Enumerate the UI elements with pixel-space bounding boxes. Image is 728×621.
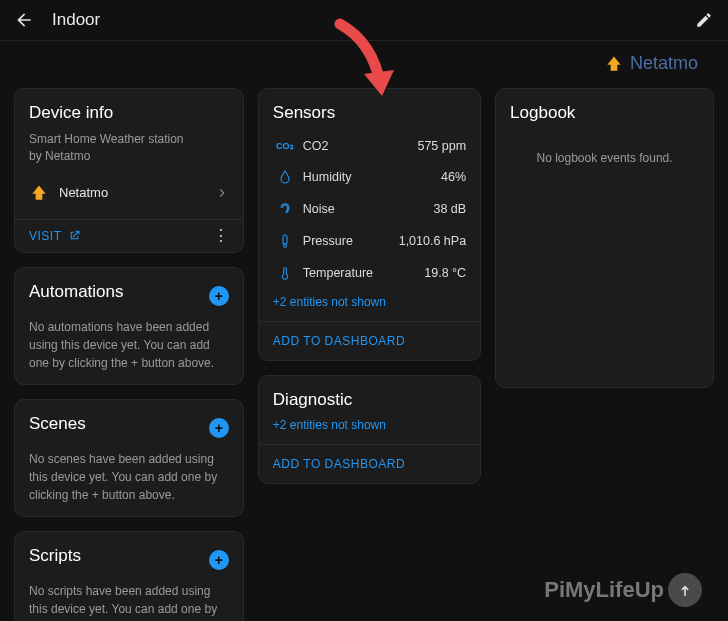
netatmo-logo-icon	[604, 54, 624, 74]
brand-logo-label: Netatmo	[604, 53, 698, 74]
sensor-row-pressure[interactable]: Pressure 1,010.6 hPa	[273, 225, 466, 257]
sensors-more-link[interactable]: +2 entities not shown	[273, 295, 466, 309]
back-button[interactable]	[14, 10, 34, 30]
scenes-card: Scenes + No scenes have been added using…	[14, 399, 244, 517]
page-title: Indoor	[52, 10, 100, 30]
visit-link[interactable]: VISIT	[29, 229, 81, 243]
sensors-add-dashboard-button[interactable]: ADD TO DASHBOARD	[259, 321, 480, 360]
noise-icon	[273, 201, 297, 217]
add-scene-button[interactable]: +	[209, 418, 229, 438]
pressure-icon	[273, 233, 297, 249]
add-script-button[interactable]: +	[209, 550, 229, 570]
diagnostic-add-dashboard-button[interactable]: ADD TO DASHBOARD	[259, 444, 480, 483]
sensor-row-noise[interactable]: Noise 38 dB	[273, 193, 466, 225]
device-info-title: Device info	[29, 103, 229, 123]
automations-card: Automations + No automations have been a…	[14, 267, 244, 385]
integration-row[interactable]: Netatmo	[29, 177, 229, 209]
humidity-icon	[273, 169, 297, 185]
automations-empty-text: No automations have been added using thi…	[29, 318, 229, 372]
sensors-title: Sensors	[273, 103, 466, 123]
automations-title: Automations	[29, 282, 124, 302]
sensor-row-humidity[interactable]: Humidity 46%	[273, 161, 466, 193]
scripts-empty-text: No scripts have been added using this de…	[29, 582, 229, 621]
sensor-row-co2[interactable]: CO₂ CO2 575 ppm	[273, 131, 466, 161]
sensors-card: Sensors CO₂ CO2 575 ppm Humidity 46% Noi…	[258, 88, 481, 361]
overflow-menu-button[interactable]: ⋮	[213, 228, 229, 244]
sensor-row-temperature[interactable]: Temperature 19.8 °C	[273, 257, 466, 289]
add-automation-button[interactable]: +	[209, 286, 229, 306]
svg-rect-0	[283, 235, 287, 244]
scripts-title: Scripts	[29, 546, 81, 566]
diagnostic-card: Diagnostic +2 entities not shown ADD TO …	[258, 375, 481, 484]
top-bar: Indoor	[0, 0, 728, 41]
netatmo-icon	[29, 183, 49, 203]
scripts-card: Scripts + No scripts have been added usi…	[14, 531, 244, 621]
chevron-right-icon	[215, 186, 229, 200]
external-link-icon	[68, 229, 81, 242]
diagnostic-more-link[interactable]: +2 entities not shown	[273, 418, 466, 432]
integration-name: Netatmo	[59, 185, 108, 200]
device-model: Smart Home Weather station	[29, 132, 184, 146]
diagnostic-title: Diagnostic	[273, 390, 466, 410]
svg-point-1	[283, 244, 286, 247]
brand-row: Netatmo	[0, 41, 728, 80]
scenes-title: Scenes	[29, 414, 86, 434]
logbook-empty-text: No logbook events found.	[510, 131, 699, 165]
edit-button[interactable]	[694, 10, 714, 30]
brand-name: Netatmo	[630, 53, 698, 74]
scenes-empty-text: No scenes have been added using this dev…	[29, 450, 229, 504]
logbook-title: Logbook	[510, 103, 699, 123]
temperature-icon	[273, 265, 297, 281]
device-info-card: Device info Smart Home Weather station b…	[14, 88, 244, 253]
device-manufacturer: by Netatmo	[29, 149, 90, 163]
logbook-card: Logbook No logbook events found.	[495, 88, 714, 388]
co2-icon: CO₂	[273, 141, 297, 151]
